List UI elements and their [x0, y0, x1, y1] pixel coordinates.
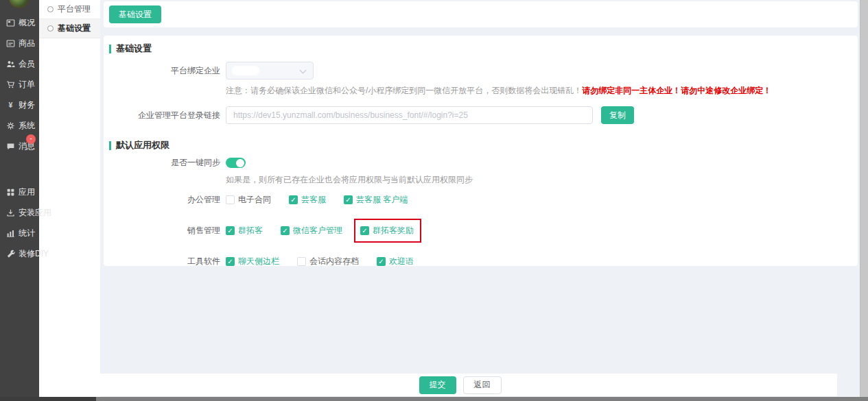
stats-icon	[6, 229, 15, 238]
checkbox-sales-2[interactable]: ✓群拓客奖励	[360, 225, 414, 236]
permission-row-office: 办公管理电子合同✓芸客服✓芸客服 客户端	[109, 194, 849, 206]
finance-icon: ¥	[6, 101, 15, 110]
sidebar-item-label: 安装应用	[19, 207, 51, 219]
copy-button[interactable]: 复制	[601, 106, 634, 124]
checkbox-label: 欢迎语	[389, 256, 414, 267]
sidebar-item-label: 会员	[19, 58, 35, 70]
sidebar-item-apps[interactable]: 应用	[0, 182, 39, 202]
members-icon	[6, 60, 15, 69]
bind-company-row: 平台绑定企业	[109, 62, 849, 80]
install-icon	[6, 208, 15, 217]
radio-icon	[47, 6, 54, 12]
checkbox-tools-0[interactable]: ✓聊天侧边栏	[226, 256, 279, 267]
sub-sidebar: 平台管理基础设置	[39, 0, 100, 401]
sidebar-item-label: 商品	[19, 38, 35, 49]
action-bar: 提交 返回	[83, 374, 837, 396]
sidebar-item-label: 概况	[19, 17, 35, 29]
checkbox-checked-icon: ✓	[344, 195, 353, 204]
login-link-row: 企业管理平台登录链接 复制	[109, 106, 849, 124]
section-title-basic: 基础设置	[109, 42, 849, 55]
message-badge: -	[26, 134, 36, 144]
main-sidebar: 概况商品会员订单¥财务系统消息-应用安装应用统计装修DIY	[0, 0, 39, 401]
app-window: 概况商品会员订单¥财务系统消息-应用安装应用统计装修DIY 平台管理基础设置 基…	[0, 0, 868, 401]
back-button[interactable]: 返回	[463, 376, 502, 394]
system-icon	[6, 121, 15, 130]
sidebar-item-label: 财务	[19, 99, 35, 111]
permission-row-sales: 销售管理✓群拓客✓微信客户管理✓群拓客奖励	[109, 225, 849, 236]
checkbox-sales-1[interactable]: ✓微信客户管理	[281, 225, 342, 236]
permission-group-label: 办公管理	[109, 194, 220, 206]
submenu-item-label: 平台管理	[58, 3, 91, 15]
sidebar-item-label: 系统	[19, 120, 35, 132]
sidebar-item-install-apps[interactable]: 安装应用	[0, 202, 39, 223]
sidebar-item-messages[interactable]: 消息-	[0, 136, 39, 156]
sidebar-nav: 概况商品会员订单¥财务系统消息-应用安装应用统计装修DIY	[0, 12, 39, 264]
permission-group-label: 销售管理	[109, 225, 220, 236]
apps-icon	[6, 188, 15, 197]
section-title-permissions: 默认应用权限	[109, 139, 849, 151]
chevron-down-icon	[300, 67, 307, 74]
sidebar-item-label: 统计	[19, 228, 35, 239]
checkbox-tools-2[interactable]: ✓欢迎语	[377, 256, 414, 267]
sidebar-item-goods[interactable]: 商品	[0, 33, 39, 53]
diy-icon	[6, 250, 15, 258]
checkbox-label: 芸客服 客户端	[356, 194, 408, 206]
login-link-input[interactable]	[226, 106, 593, 124]
checkbox-checked-icon: ✓	[281, 226, 290, 235]
sidebar-item-decorate-diy[interactable]: 装修DIY	[0, 243, 39, 264]
orders-icon	[6, 80, 15, 89]
sidebar-item-stats[interactable]: 统计	[0, 223, 39, 243]
checkbox-unchecked-icon	[297, 257, 306, 266]
submit-button[interactable]: 提交	[419, 376, 456, 394]
horizontal-scrollbar-thumb[interactable]	[0, 397, 96, 401]
overview-icon	[6, 19, 15, 27]
redacted-company-value	[232, 66, 259, 75]
bind-company-label: 平台绑定企业	[109, 65, 220, 77]
submenu-item-basic-settings[interactable]: 基础设置	[39, 19, 100, 38]
checkbox-checked-icon: ✓	[226, 226, 235, 235]
checkbox-sales-0[interactable]: ✓群拓客	[226, 225, 263, 236]
checkbox-label: 电子合同	[238, 194, 271, 206]
bind-warning-note: 注意：请务必确保该企业微信和公众号/小程序绑定到同一微信开放平台，否则数据将会出…	[226, 85, 849, 97]
checkbox-tools-1[interactable]: 会话内容存档	[297, 256, 359, 267]
sidebar-item-members[interactable]: 会员	[0, 53, 39, 74]
goods-icon	[6, 39, 15, 48]
sync-label: 是否一键同步	[109, 157, 220, 169]
horizontal-scrollbar[interactable]	[0, 397, 868, 401]
checkbox-label: 聊天侧边栏	[238, 256, 279, 267]
checkbox-office-2[interactable]: ✓芸客服 客户端	[344, 194, 408, 206]
sidebar-item-finance[interactable]: ¥财务	[0, 95, 39, 115]
bind-warning-gray: 注意：请务必确保该企业微信和公众号/小程序绑定到同一微信开放平台，否则数据将会出…	[226, 86, 582, 95]
checkbox-checked-icon: ✓	[289, 195, 298, 204]
logo-avatar[interactable]	[9, 0, 30, 8]
radio-icon	[47, 25, 54, 32]
login-link-label: 企业管理平台登录链接	[109, 110, 220, 121]
checkbox-unchecked-icon	[226, 195, 235, 204]
submenu-item-platform-manage[interactable]: 平台管理	[39, 0, 100, 19]
checkbox-label: 微信客户管理	[293, 225, 342, 236]
permission-row-tools: 工具软件✓聊天侧边栏会话内容存档✓欢迎语	[109, 256, 849, 267]
sync-toggle[interactable]	[226, 158, 246, 168]
tab-basic-settings[interactable]: 基础设置	[109, 5, 161, 23]
checkbox-office-1[interactable]: ✓芸客服	[289, 194, 326, 206]
sidebar-item-label: 订单	[19, 79, 35, 90]
bind-company-select[interactable]	[226, 62, 314, 80]
vertical-scrollbar[interactable]	[860, 0, 868, 401]
message-icon	[6, 142, 15, 151]
sidebar-item-orders[interactable]: 订单	[0, 74, 39, 95]
page-tab-bar: 基础设置	[104, 1, 858, 27]
checkbox-checked-icon: ✓	[360, 226, 369, 235]
checkbox-label: 群拓客	[238, 225, 263, 236]
sidebar-item-overview[interactable]: 概况	[0, 12, 39, 33]
sidebar-item-system[interactable]: 系统	[0, 115, 39, 136]
sync-helper-note: 如果是，则所有已存在企业也会将应用权限与当前默认应用权限同步	[226, 174, 849, 186]
checkbox-checked-icon: ✓	[226, 257, 235, 266]
svg-text:¥: ¥	[9, 101, 13, 109]
checkbox-label: 群拓客奖励	[373, 225, 414, 236]
permission-groups: 办公管理电子合同✓芸客服✓芸客服 客户端销售管理✓群拓客✓微信客户管理✓群拓客奖…	[109, 194, 849, 267]
checkbox-office-0[interactable]: 电子合同	[226, 194, 271, 206]
checkbox-label: 芸客服	[301, 194, 326, 206]
sidebar-item-label: 装修DIY	[19, 248, 49, 260]
main-content: 基础设置 基础设置 平台绑定企业 注意：请务必确保该企业微信和公众号/小程序绑定…	[100, 0, 868, 401]
horizontal-scrollbar-track[interactable]	[96, 397, 868, 401]
